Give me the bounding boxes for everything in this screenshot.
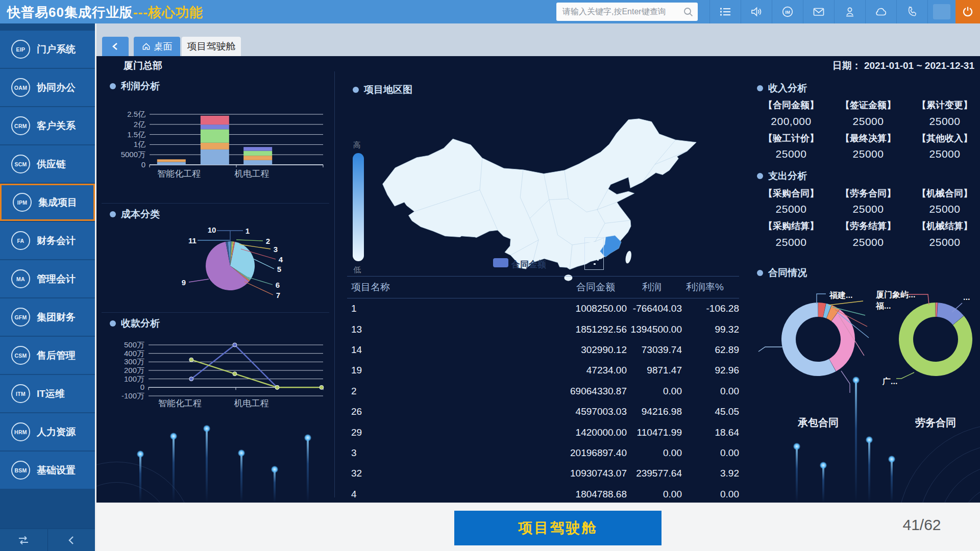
light-beam: [796, 446, 798, 503]
app-title: 快普易60集成行业版---核心功能: [7, 4, 203, 21]
table-cell: 4: [347, 489, 525, 500]
tab-project-cockpit[interactable]: 项目驾驶舱: [182, 37, 241, 56]
metric-value: 200,000: [753, 115, 829, 128]
table-cell: 0.00: [627, 447, 682, 459]
table-row: 1947234.009871.4792.96: [347, 360, 739, 381]
cloud-icon: [874, 6, 888, 17]
column-divider: [334, 71, 335, 497]
pie-label: 3: [274, 245, 278, 254]
tab-back-button[interactable]: [102, 37, 129, 56]
table-cell: 110471.99: [627, 427, 682, 438]
table-cell: 239577.64: [627, 468, 682, 479]
bar-segment: [201, 116, 229, 124]
sidebar-item-label: 协同办公: [37, 81, 76, 94]
svg-text:400万: 400万: [124, 349, 144, 358]
table-row: 131851292.561394500.0099.32: [347, 319, 739, 339]
pie-label: 6: [276, 281, 280, 289]
sidebar-item-oam[interactable]: OAM协同办公: [0, 69, 95, 106]
table-header-cell: 合同金额: [525, 281, 627, 294]
table-header: 项目名称合同金额利润利润率%: [347, 276, 739, 298]
org-title: 厦门总部: [124, 59, 162, 72]
speaker-icon: [750, 6, 763, 17]
legend-low-label: 低: [353, 265, 361, 275]
table-cell: 73039.74: [627, 344, 682, 356]
metric-label: 【其他收入】: [906, 132, 980, 144]
sidebar-item-ma[interactable]: MA管理会计: [0, 260, 95, 297]
sidebar-item-crm[interactable]: CRM客户关系: [0, 107, 95, 144]
module-badge-icon: SCM: [11, 155, 30, 173]
donut-caption-labor: 劳务合同: [895, 416, 976, 430]
topbar-speaker-icon[interactable]: [741, 0, 772, 23]
sidebar-item-eip[interactable]: EIP门户系统: [0, 31, 95, 68]
metric-label: 【签证金额】: [830, 99, 906, 111]
topbar-user-icon[interactable]: [834, 0, 865, 23]
swap-button[interactable]: [0, 529, 47, 551]
bar-segment: [243, 156, 272, 160]
cockpit-button[interactable]: 项目驾驶舱: [454, 511, 662, 545]
table-cell: -106.28: [682, 303, 739, 314]
metric-label: 【最终决算】: [830, 132, 906, 144]
svg-text:200万: 200万: [124, 366, 144, 374]
topbar-mail-icon[interactable]: [803, 0, 834, 23]
topbar-phone-icon[interactable]: [896, 0, 927, 23]
expense-panel-title: 支出分析: [757, 169, 807, 183]
sidebar-item-hrm[interactable]: HRM人力资源: [0, 413, 95, 450]
search-input[interactable]: [556, 3, 698, 21]
topbar-list-icon[interactable]: [709, 0, 741, 23]
module-badge-icon: CSM: [11, 346, 30, 365]
light-beam: [855, 380, 857, 503]
profit-bar-chart: 2.5亿2亿1.5亿1亿5000万0智能化工程机电工程: [117, 107, 331, 186]
island-taiwan: [625, 251, 632, 264]
table-cell: 19: [347, 365, 525, 376]
metric-label: 【采购结算】: [753, 220, 829, 232]
table-cell: 3.92: [682, 468, 739, 479]
bar-segment: [243, 151, 272, 156]
table-cell: 0.00: [682, 447, 739, 459]
table-row: 264597003.0394216.9845.05: [347, 402, 739, 422]
svg-text:1.5亿: 1.5亿: [127, 130, 145, 139]
sidebar-item-ipm[interactable]: IPM集成项目: [0, 184, 95, 221]
search-icon[interactable]: [683, 7, 694, 17]
app-title-accent: ---核心功能: [133, 5, 203, 20]
svg-text:-100万: -100万: [121, 391, 144, 400]
topbar-cloud-icon[interactable]: [865, 0, 896, 23]
metric-value: 25000: [906, 115, 980, 128]
metric-label: 【采购合同】: [753, 187, 829, 199]
sidebar-item-itm[interactable]: ITMIT运维: [0, 375, 95, 412]
svg-text:100万: 100万: [124, 374, 144, 383]
table-cell: 2: [347, 386, 525, 397]
pie-label: 9: [182, 278, 186, 287]
sidebar-item-fa[interactable]: FA财务会计: [0, 222, 95, 259]
map-legend-swatch[interactable]: [493, 258, 508, 267]
chevron-left-icon: [66, 535, 77, 546]
im-icon: IM: [781, 6, 794, 18]
table-cell: 1394500.00: [627, 324, 682, 335]
svg-text:500万: 500万: [124, 340, 144, 349]
module-badge-icon: ITM: [11, 384, 30, 403]
module-badge-icon: CRM: [11, 116, 30, 135]
bar-segment: [201, 143, 229, 149]
module-badge-icon: BSM: [11, 461, 30, 480]
sidebar-item-gfm[interactable]: GFM集团财务: [0, 298, 95, 336]
sidebar-item-csm[interactable]: CSM售后管理: [0, 337, 95, 374]
module-badge-icon: FA: [11, 231, 30, 250]
table-header-cell: 利润: [627, 281, 682, 294]
page-indicator: 41/62: [881, 516, 963, 534]
light-beam: [274, 469, 276, 503]
sidebar-item-label: 财务会计: [37, 234, 76, 247]
topbar-power-icon[interactable]: [955, 0, 980, 23]
table-row: 41804788.680.000.00: [347, 484, 739, 503]
pie-label: 7: [276, 291, 280, 299]
svg-text:IM: IM: [785, 10, 790, 15]
tab-desktop[interactable]: 桌面: [134, 37, 180, 56]
svg-text:2亿: 2亿: [134, 120, 145, 129]
collapse-button[interactable]: [47, 529, 95, 551]
metric-value: 25000: [906, 236, 980, 248]
sidebar-item-bsm[interactable]: BSM基础设置: [0, 452, 95, 489]
sidebar-item-scm[interactable]: SCM供应链: [0, 145, 95, 183]
table-cell: 0.00: [682, 386, 739, 397]
topbar-im-icon[interactable]: IM: [772, 0, 803, 23]
table-cell: 0.00: [682, 489, 739, 500]
decor-arc: [96, 462, 193, 503]
sidebar-item-label: 基础设置: [37, 464, 76, 477]
